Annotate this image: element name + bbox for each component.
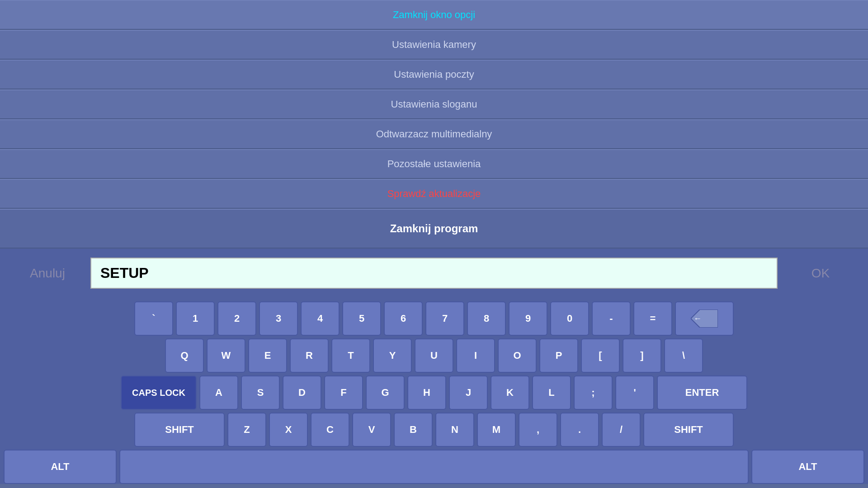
keyboard-row-row-qwerty: QWERTYUIOP[]\ — [4, 338, 864, 373]
menu-item-multimedia-player[interactable]: Odtwarzacz multimedialny — [0, 119, 868, 149]
key-period[interactable]: . — [560, 413, 599, 447]
keyboard: `1234567890-= ← QWERTYUIOP[]\CAPS LOCKAS… — [0, 298, 868, 484]
menu-item-camera-settings[interactable]: Ustawienia kamery — [0, 30, 868, 60]
key-4[interactable]: 4 — [301, 301, 340, 336]
key-n[interactable]: N — [435, 413, 474, 447]
key-2[interactable]: 2 — [217, 301, 256, 336]
key-a[interactable]: A — [199, 375, 238, 410]
key-r[interactable]: R — [290, 338, 329, 373]
key-space[interactable] — [119, 450, 749, 484]
key-shift-right[interactable]: SHIFT — [643, 413, 734, 447]
text-input[interactable] — [90, 258, 778, 289]
key-i[interactable]: I — [456, 338, 495, 373]
key-rbracket[interactable]: ] — [623, 338, 661, 373]
key-lbracket[interactable]: [ — [581, 338, 620, 373]
key-o[interactable]: O — [498, 338, 537, 373]
key-3[interactable]: 3 — [259, 301, 298, 336]
key-comma[interactable]: , — [519, 413, 557, 447]
key-9[interactable]: 9 — [509, 301, 547, 336]
key-equals[interactable]: = — [633, 301, 672, 336]
key-0[interactable]: 0 — [550, 301, 589, 336]
key-b[interactable]: B — [394, 413, 433, 447]
key-w[interactable]: W — [207, 338, 245, 373]
key-e[interactable]: E — [248, 338, 287, 373]
app-container: Zamknij okno opcjiUstawienia kameryUstaw… — [0, 0, 868, 484]
key-alt-left[interactable]: ALT — [4, 450, 117, 484]
menu-item-close-program[interactable]: Zamknij program — [0, 209, 868, 249]
key-1[interactable]: 1 — [176, 301, 215, 336]
key-6[interactable]: 6 — [384, 301, 423, 336]
key-h[interactable]: H — [407, 375, 446, 410]
key-5[interactable]: 5 — [342, 301, 381, 336]
key-q[interactable]: Q — [165, 338, 204, 373]
ok-button[interactable]: OK — [787, 266, 854, 281]
cancel-button[interactable]: Anuluj — [14, 266, 81, 281]
input-row: Anuluj OK — [0, 249, 868, 298]
key-y[interactable]: Y — [373, 338, 412, 373]
menu-item-mail-settings[interactable]: Ustawienia poczty — [0, 60, 868, 89]
key-shift-left[interactable]: SHIFT — [134, 413, 225, 447]
keyboard-row-row-asdf: CAPS LOCKASDFGHJKL;'ENTER — [4, 375, 864, 410]
key-enter[interactable]: ENTER — [657, 375, 747, 410]
menu-item-check-updates[interactable]: Sprawdź aktualizacje — [0, 179, 868, 209]
key-c[interactable]: C — [311, 413, 349, 447]
key-s[interactable]: S — [241, 375, 280, 410]
key-v[interactable]: V — [352, 413, 391, 447]
keyboard-row-row-zxcv: SHIFTZXCVBNM,./SHIFT — [4, 413, 864, 447]
key-7[interactable]: 7 — [425, 301, 464, 336]
key-k[interactable]: K — [491, 375, 529, 410]
key-backtick[interactable]: ` — [134, 301, 173, 336]
menu-item-slogan-settings[interactable]: Ustawienia sloganu — [0, 89, 868, 119]
keyboard-row-row-number: `1234567890-= ← — [4, 301, 864, 336]
key-x[interactable]: X — [269, 413, 308, 447]
svg-text:←: ← — [693, 314, 702, 323]
menu-item-other-settings[interactable]: Pozostałe ustawienia — [0, 149, 868, 179]
key-u[interactable]: U — [415, 338, 453, 373]
key-j[interactable]: J — [449, 375, 488, 410]
key-z[interactable]: Z — [227, 413, 266, 447]
menu-item-close-options[interactable]: Zamknij okno opcji — [0, 0, 868, 30]
backspace-arrow-icon: ← — [691, 310, 718, 328]
key-capslock[interactable]: CAPS LOCK — [121, 375, 197, 410]
key-g[interactable]: G — [366, 375, 405, 410]
key-slash[interactable]: / — [602, 413, 641, 447]
keyboard-row-row-bottom: ALTALT — [4, 450, 864, 484]
key-alt-right[interactable]: ALT — [751, 450, 864, 484]
key-m[interactable]: M — [477, 413, 516, 447]
key-backslash[interactable]: \ — [664, 338, 703, 373]
key-minus[interactable]: - — [592, 301, 631, 336]
key-l[interactable]: L — [532, 375, 571, 410]
key-p[interactable]: P — [539, 338, 578, 373]
key-8[interactable]: 8 — [467, 301, 506, 336]
key-f[interactable]: F — [324, 375, 363, 410]
key-backspace[interactable]: ← — [675, 301, 734, 336]
key-d[interactable]: D — [283, 375, 321, 410]
menu-section: Zamknij okno opcjiUstawienia kameryUstaw… — [0, 0, 868, 249]
key-semicolon[interactable]: ; — [574, 375, 613, 410]
key-quote[interactable]: ' — [615, 375, 654, 410]
key-t[interactable]: T — [331, 338, 370, 373]
